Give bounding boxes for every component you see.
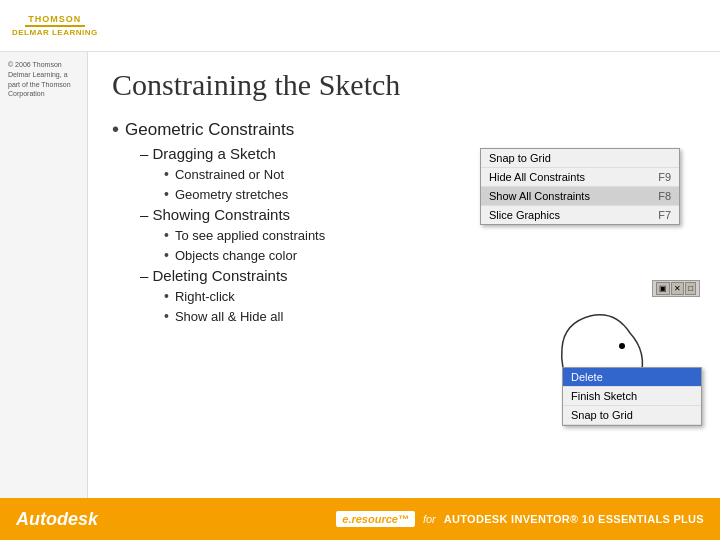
menu-slice-shortcut: F7 (658, 209, 671, 221)
eresource-badge: e.resource™ (336, 511, 415, 527)
menu-item-snap: Snap to Grid (481, 149, 679, 168)
bullet-rightclick-label: Right-click (175, 289, 235, 304)
menu-hide-label: Hide All Constraints (489, 171, 585, 183)
delete-label: Delete (571, 371, 603, 383)
delete-menu-finish: Finish Sketch (563, 387, 701, 406)
delete-menu-snap: Snap to Grid (563, 406, 701, 425)
thomson-divider (25, 25, 85, 27)
toolbar-snippet: ▣ ✕ □ (652, 280, 700, 297)
bullet-geometric-label: Geometric Constraints (125, 120, 294, 140)
sidebar: © 2006 Thomson Delmar Learning, a part o… (0, 52, 88, 498)
bullet-geometry-label: Geometry stretches (175, 187, 288, 202)
thomson-logo: THOMSON DELMAR LEARNING (12, 14, 98, 37)
slide-content: Constraining the Sketch Geometric Constr… (88, 52, 720, 498)
sidebar-copyright: © 2006 Thomson Delmar Learning, a part o… (8, 60, 79, 99)
eresource-for: for (423, 513, 436, 525)
product-text: AUTODESK INVENTOR® 10 ESSENTIALS PLUS (444, 513, 704, 525)
bullet-see-label: To see applied constraints (175, 228, 325, 243)
bullet-deleting-label: – Deleting Constraints (140, 267, 288, 284)
top-bar: THOMSON DELMAR LEARNING (0, 0, 720, 52)
menu-snap-label: Snap to Grid (489, 152, 551, 164)
bullet-geometric: Geometric Constraints (112, 118, 696, 141)
bullet-objects-change: Objects change color (112, 247, 696, 263)
svg-point-0 (619, 343, 625, 349)
toolbar-btn-1: ▣ (656, 282, 670, 295)
bottom-left: Autodesk (16, 509, 98, 530)
context-menu-screenshot: Snap to Grid Hide All Constraints F9 Sho… (480, 148, 680, 225)
menu-item-show: Show All Constraints F8 (481, 187, 679, 206)
snap-label: Snap to Grid (571, 409, 633, 421)
bullet-constrained-label: Constrained or Not (175, 167, 284, 182)
bullet-see-applied: To see applied constraints (112, 227, 696, 243)
bullet-showing-label: – Showing Constraints (140, 206, 290, 223)
finish-label: Finish Sketch (571, 390, 637, 402)
menu-hide-shortcut: F9 (658, 171, 671, 183)
bottom-bar: Autodesk e.resource™ for AUTODESK INVENT… (0, 498, 720, 540)
menu-show-label: Show All Constraints (489, 190, 590, 202)
autodesk-logo: Autodesk (16, 509, 98, 530)
bullet-dragging-label: – Dragging a Sketch (140, 145, 276, 162)
bullet-showall-label: Show all & Hide all (175, 309, 283, 324)
toolbar-btn-2: ✕ (671, 282, 684, 295)
bottom-right: e.resource™ for AUTODESK INVENTOR® 10 ES… (336, 511, 704, 527)
delete-context-menu: Delete Finish Sketch Snap to Grid (562, 367, 702, 426)
bullet-deleting: – Deleting Constraints (112, 267, 696, 284)
delete-menu-delete: Delete (563, 368, 701, 387)
thomson-top-text: THOMSON (28, 14, 81, 24)
menu-item-hide: Hide All Constraints F9 (481, 168, 679, 187)
menu-slice-label: Slice Graphics (489, 209, 560, 221)
menu-show-shortcut: F8 (658, 190, 671, 202)
main-content: © 2006 Thomson Delmar Learning, a part o… (0, 52, 720, 498)
toolbar-btn-3: □ (685, 282, 696, 295)
delmar-text: DELMAR LEARNING (12, 28, 98, 37)
menu-item-slice: Slice Graphics F7 (481, 206, 679, 224)
bullet-objects-label: Objects change color (175, 248, 297, 263)
slide-title: Constraining the Sketch (112, 68, 696, 102)
